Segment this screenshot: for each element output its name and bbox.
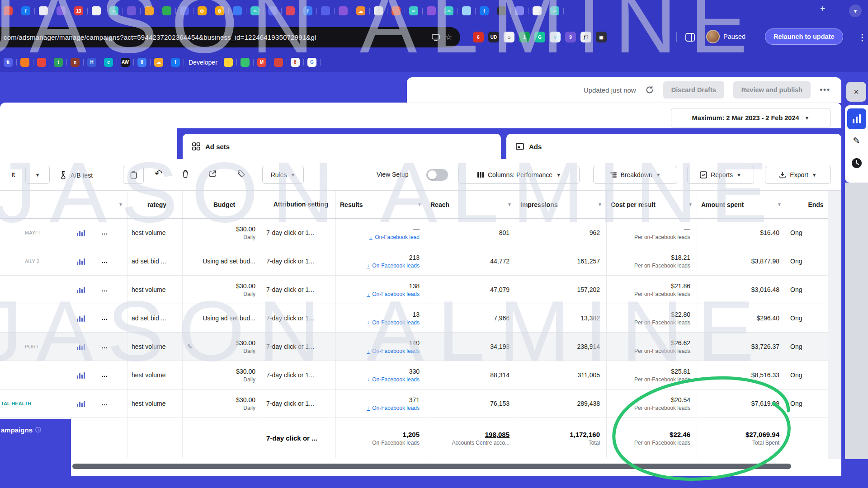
url-bar[interactable]: com/adsmanager/manage/campaigns?act=5944… [0,27,460,47]
close-icon[interactable]: × [846,82,866,102]
col-impressions[interactable]: Impressions▼ [516,191,607,218]
favicon[interactable] [180,6,189,15]
table-row[interactable]: MAYFI … hest volume $30.00Daily 7-day cl… [0,219,841,247]
adset-name-cell[interactable]: MAYFI … [0,219,127,247]
favicon[interactable] [286,6,295,15]
trash-icon[interactable] [182,170,189,178]
favicon[interactable]: ∞ [409,6,418,15]
duplicate-button[interactable] [123,166,144,184]
favicon[interactable]: H [87,58,96,67]
tab-ad-sets[interactable]: Ad sets [183,134,501,159]
sidebar-toggle-icon[interactable] [685,33,695,42]
extension-icon[interactable]: 9 [565,32,576,42]
table-row[interactable]: … hest volume $30.00Daily 7-day click or… [0,276,841,304]
export-button[interactable]: Export▼ [765,166,831,184]
right-rail-track[interactable] [845,183,868,459]
table-row[interactable]: … ad set bid ... Using ad set bud... 7-d… [0,304,841,333]
view-charts-icon[interactable] [77,371,85,379]
favicon[interactable]: M [257,58,266,67]
favicon[interactable] [20,58,29,67]
chevron-down-icon[interactable]: ▾ [849,5,862,17]
favicon[interactable] [4,6,13,15]
favicon[interactable] [241,58,250,67]
adset-name-cell[interactable]: … [0,276,127,304]
favicon[interactable] [39,6,48,15]
extension-icon[interactable]: 6 [473,32,484,42]
ab-test-button[interactable]: A/B test [60,171,93,179]
extension-icon[interactable]: ƒ? [580,32,591,42]
favicon[interactable]: ☁ [154,58,163,67]
view-charts-icon[interactable] [77,286,85,293]
vertical-scrollbar-track[interactable] [828,191,841,459]
history-clock-icon[interactable] [845,152,868,174]
date-range-selector[interactable]: Maximum: 2 Mar 2023 - 2 Feb 2024 ▼ [671,108,830,127]
favicon[interactable]: ∞ [444,6,453,15]
favicon[interactable] [497,6,506,15]
row-options-icon[interactable]: … [101,371,108,378]
adset-name-cell[interactable]: PORT … [0,333,127,361]
row-options-icon[interactable]: … [101,286,108,293]
favicon[interactable] [427,6,436,15]
favicon[interactable]: ∞ [109,6,118,15]
favicon[interactable] [233,6,242,15]
col-strategy[interactable]: rategy [127,191,183,218]
table-row[interactable]: PORT … hest volume ✎$30.00Daily 7-day cl… [0,333,841,361]
extension-icon[interactable]: 1 [519,32,530,42]
browser-menu-icon[interactable]: ⋮ [858,32,867,42]
favicon[interactable] [515,6,524,15]
relaunch-button[interactable]: Relaunch to update [765,28,843,45]
favicon[interactable]: f [21,6,30,15]
favicon[interactable]: f [480,6,489,15]
table-row[interactable]: AILY 2 … ad set bid ... Using ad set bud… [0,247,841,276]
review-publish-button[interactable]: Review and publish [733,81,811,99]
col-cost-per-result[interactable]: Cost per result▼ [607,191,697,218]
new-tab-button[interactable]: + [820,4,826,14]
favicon[interactable]: f [303,6,312,15]
favicon[interactable]: ∞ [250,6,259,15]
edit-pencil-icon[interactable]: ✎ [187,343,193,350]
breakdown-button[interactable]: Breakdown▼ [593,166,677,184]
extension-icon[interactable]: G [534,32,545,42]
bookmark-developer-label[interactable]: Developer [189,59,217,66]
row-options-icon[interactable]: … [101,343,108,350]
col-budget[interactable]: Budget [183,191,262,218]
share-icon[interactable] [209,170,217,178]
info-icon[interactable]: ⓘ [35,426,41,434]
favicon[interactable]: ⚙ [198,6,207,15]
performance-chart-icon[interactable] [847,108,866,129]
rules-button[interactable]: Rules▼ [262,166,304,184]
favicon[interactable]: ☁ [356,6,365,15]
col-attribution[interactable]: Attribution setting [262,191,336,218]
row-options-icon[interactable]: … [101,229,108,236]
edit-dropdown-button[interactable]: ▼ [25,166,50,184]
row-options-icon[interactable]: … [101,257,108,264]
favicon[interactable] [145,6,154,15]
favicon[interactable]: ⚙ [215,6,224,15]
favicon[interactable]: 8 [137,58,146,67]
favicon[interactable] [374,6,383,15]
extension-icon[interactable]: ▣ [596,32,607,42]
edit-button-fragment[interactable]: it [12,171,15,178]
campaigns-label[interactable]: ampaigns [1,426,33,434]
refresh-icon[interactable] [645,85,654,94]
col-amount-spent[interactable]: Amount spent▼ [697,191,786,218]
columns-button[interactable]: Columns: Performance▼ [458,166,580,184]
view-charts-icon[interactable] [77,343,85,350]
favicon[interactable]: f [171,58,180,67]
discard-drafts-button[interactable]: Discard Drafts [663,81,724,99]
adset-name-cell[interactable]: TAL HEALTH … [0,389,127,418]
favicon[interactable]: 13 [74,6,83,15]
edit-pencil-icon[interactable]: ✎ [845,129,868,152]
adset-name-cell[interactable]: … [0,304,127,332]
tab-ads[interactable]: Ads [506,134,841,159]
row-options-icon[interactable]: … [101,399,108,407]
profile-chip[interactable]: Paused [706,30,747,43]
favicon[interactable]: 8 [291,58,300,67]
favicon[interactable] [274,58,283,67]
favicon[interactable] [268,6,277,15]
more-options-button[interactable]: ••• [820,85,830,94]
col-results[interactable]: Results▼ [336,191,426,218]
extension-icon[interactable]: ☺ [504,32,514,42]
extension-icon[interactable]: v [550,32,561,42]
send-to-device-icon[interactable] [432,34,440,41]
